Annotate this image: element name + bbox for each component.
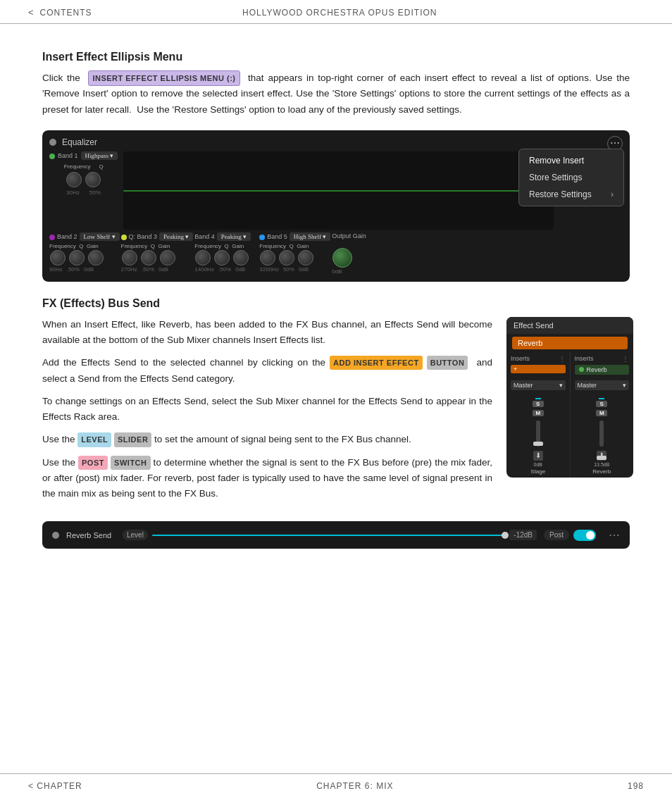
back-chevron[interactable]: < bbox=[28, 7, 35, 18]
post-badge: POST bbox=[78, 456, 108, 470]
eq-power-dot bbox=[49, 139, 56, 146]
eq-band4: Band 4 Peaking ▾ Frequency Q Gain 1400Hz… bbox=[194, 232, 258, 275]
fx-send-master-col-1: Master ▾ bbox=[506, 378, 571, 393]
reverb-channel-label: Reverb bbox=[592, 468, 611, 475]
fx-send-header-label: Effect Send bbox=[506, 317, 633, 334]
stage-nudge-down[interactable]: ⬇ bbox=[533, 451, 543, 461]
inserts-dots-1: ⋮ bbox=[559, 355, 566, 363]
level-badge: LEVEL bbox=[77, 432, 111, 447]
band5-knob3[interactable] bbox=[298, 250, 313, 266]
inserts-label-2: Inserts bbox=[575, 355, 594, 362]
eq-header: Equalizer bbox=[49, 137, 623, 147]
reverb-toggle-thumb bbox=[586, 531, 595, 540]
band1-type: Highpass ▾ bbox=[81, 151, 118, 160]
fx-send-screenshot-container: Effect Send Reverb Inserts ⋮ + Inserts bbox=[506, 317, 630, 478]
fx-send-add-btn-1[interactable]: + bbox=[511, 365, 566, 373]
footer-left[interactable]: < CHAPTER bbox=[28, 781, 82, 791]
reverb-send-ellipsis-icon[interactable]: ⋯ bbox=[609, 528, 620, 542]
reverb-slider-thumb[interactable] bbox=[502, 532, 509, 539]
band4-knob2[interactable] bbox=[214, 250, 230, 266]
reverb-post-label: Post bbox=[544, 530, 569, 540]
band2-knob3[interactable] bbox=[88, 250, 104, 266]
fx-send-master-select-1[interactable]: Master ▾ bbox=[511, 380, 566, 390]
fx-send-inserts-cols: Inserts ⋮ + Inserts ⋮ Reverb bbox=[506, 352, 633, 378]
fx-send-stage-channel: S M ⬇ 0dB Stage bbox=[506, 393, 571, 478]
stage-m-button[interactable]: M bbox=[533, 410, 544, 416]
reverb-item-dot bbox=[579, 367, 584, 372]
band1-knobs bbox=[66, 171, 101, 188]
fx-send-master-col-2: Master ▾ bbox=[571, 378, 634, 393]
stage-s-button[interactable]: S bbox=[533, 401, 544, 407]
output-gain-knob[interactable] bbox=[332, 248, 352, 268]
fx-send-master-row: Master ▾ Master ▾ bbox=[506, 378, 633, 393]
inserts-label-1: Inserts bbox=[511, 355, 530, 362]
stage-nudge-btns: ⬇ bbox=[533, 451, 543, 461]
band4-knob3[interactable] bbox=[233, 250, 249, 266]
stage-channel-label: Stage bbox=[530, 468, 545, 475]
fx-para5: Use the POST SWITCH to determine whether… bbox=[42, 455, 492, 502]
footer-center: CHAPTER 6: MIX bbox=[316, 781, 393, 791]
stage-level-indicator bbox=[535, 398, 541, 399]
band5-knob2[interactable] bbox=[279, 250, 294, 266]
fx-para1: When an Insert Effect, like Reverb, has … bbox=[42, 317, 492, 349]
band4-knob1[interactable] bbox=[195, 250, 211, 266]
reverb-level-indicator bbox=[599, 398, 604, 399]
contents-label[interactable]: CONTENTS bbox=[40, 8, 92, 18]
reverb-post-area: Post bbox=[544, 530, 596, 541]
band2-knob2[interactable] bbox=[69, 250, 85, 266]
band2-dot bbox=[49, 235, 55, 240]
reverb-send-slider[interactable] bbox=[152, 535, 505, 536]
section2-title: FX (Effects) Bus Send bbox=[42, 297, 630, 310]
button-badge: BUTTON bbox=[427, 356, 468, 370]
eq-band3: Q: Band 3 Peaking ▾ Frequency Q Gain 270… bbox=[121, 232, 194, 275]
footer-page-number: 198 bbox=[628, 781, 644, 791]
switch-badge: SWITCH bbox=[111, 456, 150, 470]
dropdown-restore-settings[interactable]: Restore Settings bbox=[519, 186, 623, 203]
stage-fader-track bbox=[536, 420, 540, 447]
page-header: < CONTENTS HOLLYWOOD ORCHESTRA OPUS EDIT… bbox=[0, 0, 672, 24]
fx-send-col-inserts-1: Inserts ⋮ + bbox=[506, 352, 571, 378]
band3-knob1[interactable] bbox=[122, 250, 137, 266]
reverb-fader-thumb[interactable] bbox=[597, 456, 606, 460]
reverb-send-level-area: Level -12dB bbox=[123, 530, 537, 540]
main-content: Insert Effect Ellipsis Menu Click the IN… bbox=[0, 24, 672, 575]
stage-fader-thumb[interactable] bbox=[533, 442, 543, 446]
eq-dropdown-menu: Remove Insert Store Settings Restore Set… bbox=[518, 149, 624, 206]
dropdown-store-settings[interactable]: Store Settings bbox=[519, 169, 623, 186]
reverb-m-button[interactable]: M bbox=[596, 410, 607, 416]
reverb-db-value: -12dB bbox=[509, 530, 537, 540]
eq-band1: Band 1 Highpass ▾ FrequencyQ 30Hz50% bbox=[49, 151, 118, 230]
eq-bottom-row: Band 2 Low Shelf ▾ Frequency Q Gain 90Hz… bbox=[49, 232, 623, 275]
band1-q-knob[interactable] bbox=[85, 172, 101, 187]
reverb-s-button[interactable]: S bbox=[596, 401, 607, 407]
header-nav[interactable]: < CONTENTS bbox=[28, 7, 92, 18]
reverb-item-label: Reverb bbox=[587, 366, 607, 373]
reverb-fader-track bbox=[599, 420, 604, 447]
header-title: HOLLYWOOD ORCHESTRA OPUS EDITION bbox=[242, 8, 437, 18]
band5-knob1[interactable] bbox=[260, 250, 275, 266]
fx-para2: Add the Effects Send to the selected cha… bbox=[42, 355, 492, 387]
band3-knob3[interactable] bbox=[160, 250, 175, 266]
band3-knob2[interactable] bbox=[141, 250, 156, 266]
band2-knob1[interactable] bbox=[50, 250, 66, 266]
eq-title: Equalizer bbox=[62, 137, 97, 147]
inserts-dots-2: ⋮ bbox=[622, 355, 629, 363]
eq-screenshot-container: Equalizer ⋯ Remove Insert Store Settings… bbox=[42, 130, 630, 282]
fx-send-screenshot: Effect Send Reverb Inserts ⋮ + Inserts bbox=[506, 317, 633, 478]
fx-send-col-inserts-2: Inserts ⋮ Reverb bbox=[571, 352, 634, 378]
fx-send-reverb-bar: Reverb bbox=[512, 337, 628, 349]
band1-freq-knob[interactable] bbox=[66, 172, 82, 187]
stage-db-label: 0dB bbox=[534, 462, 542, 467]
dropdown-remove-insert[interactable]: Remove Insert bbox=[519, 152, 623, 169]
band1-dot bbox=[49, 154, 55, 159]
eq-band2: Band 2 Low Shelf ▾ Frequency Q Gain 90Hz… bbox=[49, 232, 120, 275]
page-footer: < CHAPTER CHAPTER 6: MIX 198 bbox=[0, 773, 672, 798]
reverb-post-toggle[interactable] bbox=[573, 530, 596, 541]
section1-paragraph: Click the INSERT EFFECT ELLIPSIS MENU (:… bbox=[42, 70, 630, 118]
slider-badge: SLIDER bbox=[114, 432, 151, 447]
reverb-level-label: Level bbox=[123, 530, 148, 540]
band1-freq-labels: 30Hz50% bbox=[66, 189, 101, 196]
fx-send-fader-area: S M ⬇ 0dB Stage S bbox=[506, 393, 633, 478]
fx-send-master-select-2[interactable]: Master ▾ bbox=[575, 380, 630, 390]
eq-band5: Band 5 High Shelf ▾ Frequency Q Gain 320… bbox=[259, 232, 330, 275]
